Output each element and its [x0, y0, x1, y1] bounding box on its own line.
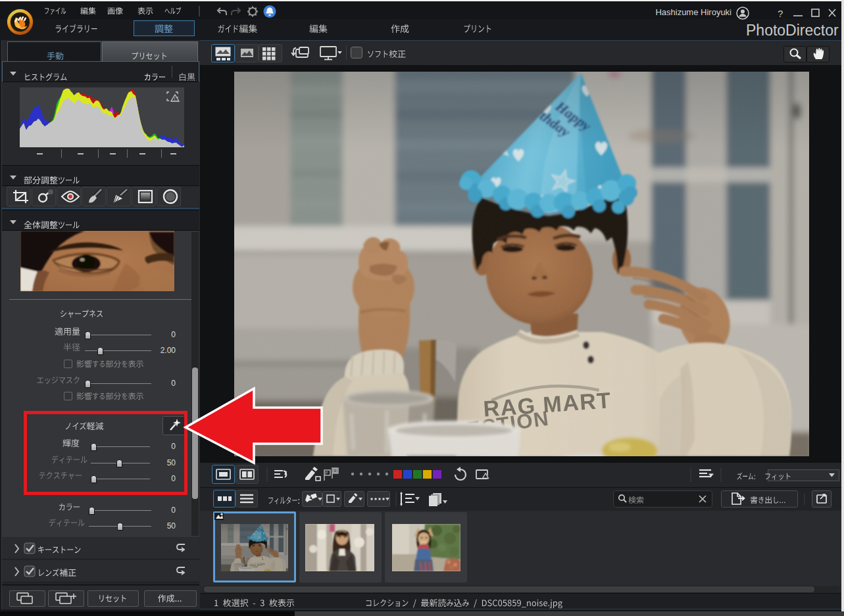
- svg-text:P: P: [325, 471, 328, 475]
- svg-text:?: ?: [778, 8, 783, 19]
- svg-text:!: !: [174, 97, 176, 101]
